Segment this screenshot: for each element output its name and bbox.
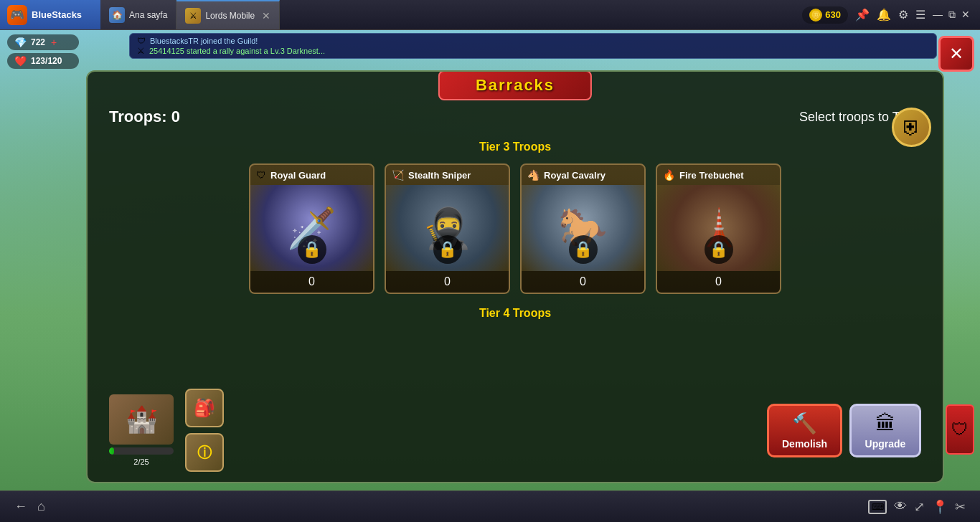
bottom-taskbar: ← ⌂ ⌨ 👁 ⤢ 📍 ✂	[0, 490, 980, 522]
bag-button[interactable]: 🎒	[185, 389, 224, 427]
minimize-button[interactable]: —	[933, 9, 943, 21]
royal-guard-icon: 🛡	[256, 169, 266, 181]
troop-card-header-royal-guard: 🛡 Royal Guard	[250, 165, 373, 185]
cavalry-icon: 🐴	[527, 169, 540, 181]
back-button[interactable]: ←	[14, 499, 27, 514]
sniper-icon: 🏹	[392, 169, 404, 181]
building-level-text: 2/25	[133, 457, 149, 466]
troop-card-header-trebuchet: 🔥 Fire Trebuchet	[657, 165, 780, 185]
bluestacks-logo[interactable]: 🎮 BlueStacks	[0, 0, 100, 29]
tab-lords-mobile[interactable]: ⚔ Lords Mobile ✕	[176, 0, 280, 29]
notification-guild: 🛡 BluestacksTR joined the Guild!	[137, 36, 929, 46]
rally-icon: ⚔	[137, 46, 145, 56]
coin-count: 630	[825, 9, 841, 20]
building-level-bar	[109, 447, 174, 455]
bluestacks-label: BlueStacks	[32, 9, 82, 20]
right-side-badge[interactable]: 🛡	[946, 404, 974, 455]
notification-rally: ⚔ 25414125 started a rally against a Lv.…	[137, 46, 929, 56]
barracks-panel: Barracks Troops: 0 Select troops to Trai…	[86, 70, 944, 483]
hud-stats: 💎 722 + ❤️ 123/120	[7, 34, 79, 69]
health-value: 123/120	[31, 56, 62, 66]
restore-button[interactable]: ⧉	[948, 9, 956, 21]
rally-notification-text: 25414125 started a rally against a Lv.3 …	[149, 47, 325, 55]
sniper-image: 🥷 🔒	[386, 185, 509, 271]
game-area: 💎 722 + ❤️ 123/120 🛡 BluestacksTR joined…	[0, 30, 980, 490]
tab-home[interactable]: 🏠 Ana sayfa	[100, 0, 176, 29]
cavalry-count: 0	[522, 271, 644, 293]
panel-content: Troops: 0 Select troops to Train Tier 3 …	[88, 72, 943, 344]
gem-add-button[interactable]: +	[51, 37, 57, 48]
tier3-troops-grid: 🛡 Royal Guard 🗡️ 🔒 0 🏹 Stealth Sniper	[109, 163, 921, 294]
trebuchet-icon: 🔥	[663, 169, 675, 181]
demolish-button[interactable]: 🔨 Demolish	[767, 404, 842, 457]
location-button[interactable]: 📍	[932, 499, 948, 515]
panel-title-banner: Barracks	[438, 70, 592, 100]
upgrade-icon: 🏛	[875, 412, 895, 435]
close-button[interactable]: ✕	[961, 9, 970, 21]
barracks-emblem: ⛨	[892, 108, 931, 147]
bluestacks-icon: 🎮	[7, 5, 27, 25]
barracks-building-sprite: 🏰	[109, 394, 174, 445]
demolish-icon: 🔨	[792, 412, 817, 435]
troop-card-royal-guard[interactable]: 🛡 Royal Guard 🗡️ 🔒 0	[249, 163, 374, 294]
pin-icon[interactable]: 📌	[855, 8, 870, 22]
taskbar-right: 🪙 630 📌 🔔 ⚙ ☰ — ⧉ ✕	[802, 6, 980, 24]
heart-icon: ❤️	[14, 55, 27, 67]
notification-banner: 🛡 BluestacksTR joined the Guild! ⚔ 25414…	[129, 33, 937, 59]
sniper-count: 0	[386, 271, 509, 293]
bottom-left-controls: ← ⌂	[14, 499, 45, 514]
lords-mobile-tab-label: Lords Mobile	[205, 11, 255, 21]
action-buttons-cluster: 🔨 Demolish 🏛 Upgrade	[767, 404, 921, 457]
building-icon-area: 🏰 2/25	[109, 394, 174, 466]
gem-icon: 💎	[14, 37, 27, 48]
fire-trebuchet-name: Fire Trebuchet	[679, 170, 744, 181]
health-stat: ❤️ 123/120	[7, 53, 79, 69]
troop-card-stealth-sniper[interactable]: 🏹 Stealth Sniper 🥷 🔒 0	[385, 163, 510, 294]
troop-card-header-cavalry: 🐴 Royal Cavalry	[522, 165, 644, 185]
info-button[interactable]: ⓘ	[185, 433, 224, 472]
menu-icon[interactable]: ☰	[915, 8, 925, 22]
close-panel-button[interactable]: ✕	[938, 36, 974, 72]
tab-close-icon[interactable]: ✕	[262, 10, 270, 22]
troops-header: Troops: 0 Select troops to Train	[109, 108, 921, 126]
demolish-label: Demolish	[782, 438, 827, 450]
bottom-right-controls: ⌨ 👁 ⤢ 📍 ✂	[868, 499, 966, 515]
tier4-label: Tier 4 Troops	[109, 307, 921, 320]
cavalry-image: 🐎 🔒	[522, 185, 644, 271]
royal-guard-count: 0	[250, 271, 373, 293]
royal-guard-lock: 🔒	[298, 235, 326, 264]
royal-cavalry-name: Royal Cavalry	[544, 170, 606, 181]
sniper-lock: 🔒	[433, 235, 462, 264]
resize-button[interactable]: ⤢	[914, 499, 925, 515]
settings-icon[interactable]: ⚙	[898, 8, 908, 22]
royal-guard-name: Royal Guard	[270, 170, 326, 181]
home-tab-label: Ana sayfa	[129, 10, 167, 20]
panel-title: Barracks	[476, 76, 555, 94]
eye-button[interactable]: 👁	[894, 499, 907, 514]
lords-mobile-tab-icon: ⚔	[185, 8, 201, 24]
troops-count: Troops: 0	[109, 108, 180, 126]
troop-card-fire-trebuchet[interactable]: 🔥 Fire Trebuchet 🗼 🔒 0	[656, 163, 781, 294]
troop-card-royal-cavalry[interactable]: 🐴 Royal Cavalry 🐎 🔒 0	[520, 163, 646, 294]
bottom-actions: 🏰 2/25 🎒 ⓘ 🔨 Demolish 🏛 Upgrade	[88, 389, 943, 472]
bell-icon[interactable]: 🔔	[877, 8, 891, 22]
tier3-label: Tier 3 Troops	[109, 141, 921, 153]
upgrade-button[interactable]: 🏛 Upgrade	[849, 404, 921, 457]
home-button[interactable]: ⌂	[37, 499, 45, 514]
gem-stat: 💎 722 +	[7, 34, 79, 50]
top-hud: 💎 722 + ❤️ 123/120 🛡 BluestacksTR joined…	[0, 30, 980, 73]
coin-display: 🪙 630	[802, 6, 848, 24]
cavalry-lock: 🔒	[569, 235, 598, 264]
cut-button[interactable]: ✂	[955, 499, 966, 515]
window-controls: — ⧉ ✕	[933, 9, 970, 21]
gem-count: 722	[31, 37, 45, 47]
coin-icon: 🪙	[809, 9, 822, 22]
building-level-fill	[109, 447, 114, 455]
home-tab-icon: 🏠	[109, 7, 125, 23]
guild-notification-text: BluestacksTR joined the Guild!	[150, 37, 258, 45]
upgrade-label: Upgrade	[865, 438, 906, 450]
stealth-sniper-name: Stealth Sniper	[408, 170, 471, 181]
taskbar: 🎮 BlueStacks 🏠 Ana sayfa ⚔ Lords Mobile …	[0, 0, 980, 30]
keyboard-button[interactable]: ⌨	[868, 500, 887, 514]
royal-guard-image: 🗡️ 🔒	[250, 185, 373, 271]
